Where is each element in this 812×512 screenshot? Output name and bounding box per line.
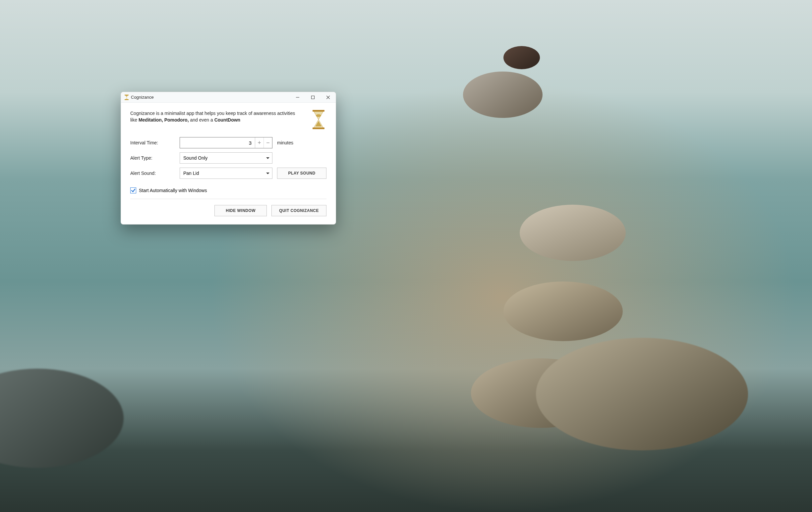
svg-rect-3	[312, 96, 315, 99]
svg-point-6	[316, 114, 321, 117]
hide-window-button[interactable]: Hide Window	[214, 205, 267, 216]
minimize-button[interactable]	[290, 92, 305, 103]
alert-type-select[interactable]: Sound Only	[180, 152, 272, 163]
interval-time-input[interactable]	[180, 138, 255, 148]
svg-rect-0	[125, 95, 128, 95]
divider	[130, 199, 326, 199]
autostart-label: Start Automatically with Windows	[139, 188, 207, 193]
app-description: Cognizance is a minimalist app that help…	[130, 110, 296, 123]
interval-time-stepper[interactable]: + −	[180, 137, 272, 148]
interval-time-label: Interval Time:	[130, 140, 175, 145]
plus-icon: +	[258, 140, 261, 146]
svg-rect-4	[313, 110, 324, 112]
increment-button[interactable]: +	[255, 138, 263, 148]
svg-rect-5	[313, 127, 324, 129]
titlebar[interactable]: Cognizance	[121, 92, 336, 103]
svg-rect-1	[125, 99, 128, 100]
svg-rect-2	[296, 97, 299, 97]
close-icon	[326, 96, 330, 99]
blurb-text: Meditation, Pomodoro,	[139, 117, 189, 123]
alert-type-label: Alert Type:	[130, 155, 175, 161]
blurb-text: and even a	[190, 117, 214, 123]
blurb-text: CountDown	[214, 117, 241, 123]
autostart-checkbox[interactable]	[130, 187, 136, 193]
alert-type-value: Sound Only	[183, 155, 207, 161]
hourglass-icon	[311, 110, 326, 130]
wallpaper-rock	[503, 281, 623, 341]
interval-time-units: minutes	[277, 140, 326, 145]
maximize-icon	[311, 96, 315, 99]
wallpaper-rock	[503, 46, 540, 69]
app-window: Cognizance Cognizance is a minimalist ap…	[121, 92, 336, 224]
minus-icon: −	[266, 140, 270, 146]
play-sound-button[interactable]: Play Sound	[277, 168, 326, 179]
alert-sound-value: Pan Lid	[183, 171, 199, 176]
hourglass-icon	[124, 95, 129, 100]
close-button[interactable]	[320, 92, 336, 103]
window-content: Cognizance is a minimalist app that help…	[121, 103, 336, 224]
wallpaper-rock	[0, 369, 124, 468]
alert-sound-label: Alert Sound:	[130, 171, 175, 176]
decrement-button[interactable]: −	[263, 138, 272, 148]
window-title: Cognizance	[131, 95, 154, 100]
minimize-icon	[296, 96, 299, 99]
chevron-down-icon	[266, 157, 269, 159]
wallpaper-rock	[536, 338, 748, 450]
quit-button[interactable]: Quit Cognizance	[271, 205, 326, 216]
wallpaper-rock	[463, 71, 543, 118]
chevron-down-icon	[266, 173, 269, 174]
alert-sound-select[interactable]: Pan Lid	[180, 168, 272, 179]
maximize-button[interactable]	[305, 92, 320, 103]
wallpaper-rock	[520, 205, 626, 261]
check-icon	[131, 188, 136, 193]
